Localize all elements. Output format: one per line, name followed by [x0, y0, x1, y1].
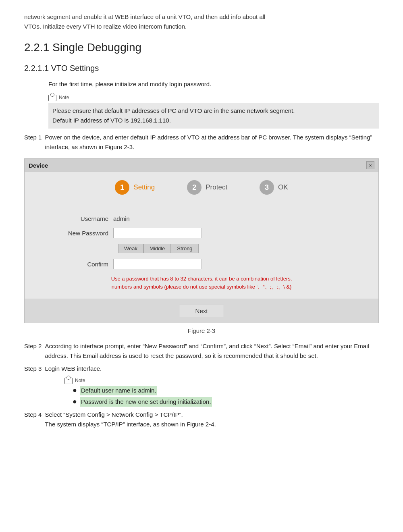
note-block-1: Note	[48, 94, 379, 101]
step-number-2: 2	[192, 183, 196, 192]
section-title: 2.2.1 Single Debugging	[24, 41, 379, 54]
note-icon-2	[64, 378, 73, 384]
next-button[interactable]: Next	[179, 305, 224, 317]
close-icon: ×	[369, 162, 372, 168]
new-password-label: New Password	[49, 230, 113, 237]
bullet-text-2: Password is the new one set during initi…	[80, 397, 212, 407]
confirm-label: Confirm	[49, 261, 113, 268]
intro-line2: VTOs. Initialize every VTH to realize vi…	[24, 23, 187, 30]
step-4-content: Select “System Config > Network Config >…	[45, 410, 379, 429]
hint-line1: Use a password that has 8 to 32 characte…	[111, 276, 292, 282]
note-block-2: Note	[64, 377, 379, 384]
step-4-label: Step 4	[24, 410, 42, 429]
highlight-box: Please ensure that default IP addresses …	[48, 103, 379, 129]
highlight-line1: Please ensure that default IP addresses …	[52, 107, 295, 114]
wizard-step-3: 3 OK	[260, 180, 288, 195]
note-icon-1	[48, 95, 56, 101]
strength-row: Weak Middle Strong	[118, 244, 354, 253]
step-2-block: Step 2 According to interface prompt, en…	[24, 341, 379, 361]
step-circle-2: 2	[187, 180, 202, 195]
step-3-label: Step 3	[24, 364, 42, 374]
dialog-footer: Next	[25, 299, 378, 323]
confirm-row: Confirm	[49, 259, 354, 269]
step-circle-1: 1	[115, 180, 129, 195]
step-1-label: Step 1	[24, 133, 42, 152]
highlight-line2: Default IP address of VTO is 192.168.1.1…	[52, 117, 171, 124]
step-2-text: According to interface prompt, enter “Ne…	[45, 341, 379, 361]
note-label-2: Note	[75, 377, 85, 383]
hint-line2: numbers and symbols (please do not use s…	[112, 284, 292, 290]
step-number-1: 1	[120, 183, 124, 192]
subsection-title: 2.2.1.1 VTO Settings	[24, 64, 379, 73]
note-label-1: Note	[59, 94, 69, 100]
bullet-dot-2: ●	[73, 397, 77, 406]
bullet-text-1: Default user name is admin.	[80, 386, 157, 395]
figure-caption: Figure 2-3	[24, 327, 379, 334]
bullet-list: ● Default user name is admin. ● Password…	[73, 386, 379, 407]
username-row: Username admin	[49, 215, 354, 222]
wizard-steps-bar: 1 Setting 2 Protect 3 OK	[25, 172, 378, 203]
username-value: admin	[113, 215, 130, 222]
step-number-3: 3	[265, 183, 269, 192]
first-time-text: For the first time, please initialize an…	[48, 79, 379, 89]
step-1-text: Power on the device, and enter default I…	[45, 133, 379, 152]
strong-strength-button[interactable]: Strong	[171, 244, 198, 253]
intro-paragraph: network segment and enable it at WEB int…	[24, 12, 379, 31]
device-dialog: Device × 1 Setting 2 Protect 3 OK	[24, 158, 379, 323]
middle-strength-button[interactable]: Middle	[143, 244, 171, 253]
wizard-step-1: 1 Setting	[115, 180, 155, 195]
bullet-item-2: ● Password is the new one set during ini…	[73, 397, 379, 407]
dialog-form-area: Username admin New Password Weak Middle …	[25, 203, 378, 299]
step-4-sub: The system displays “TCP/IP” interface, …	[45, 420, 379, 429]
step-3-text: Login WEB interface.	[45, 364, 379, 374]
step-4-block: Step 4 Select “System Config > Network C…	[24, 410, 379, 429]
step-name-2: Protect	[206, 183, 227, 191]
new-password-row: New Password	[49, 228, 354, 238]
step-4-text: Select “System Config > Network Config >…	[45, 410, 379, 420]
step-1-block: Step 1 Power on the device, and enter de…	[24, 133, 379, 152]
wizard-step-2: 2 Protect	[187, 180, 227, 195]
new-password-input[interactable]	[113, 228, 202, 238]
step-2-label: Step 2	[24, 341, 42, 361]
weak-strength-button[interactable]: Weak	[118, 244, 143, 253]
password-hint: Use a password that has 8 to 32 characte…	[49, 275, 354, 291]
step-name-1: Setting	[133, 183, 155, 191]
step-circle-3: 3	[260, 180, 274, 195]
intro-line1: network segment and enable it at WEB int…	[24, 13, 265, 20]
confirm-password-input[interactable]	[113, 259, 202, 269]
dialog-close-button[interactable]: ×	[366, 161, 374, 169]
dialog-title: Device	[29, 162, 48, 169]
dialog-titlebar: Device ×	[25, 159, 378, 172]
bullet-item-1: ● Default user name is admin.	[73, 386, 379, 395]
bullet-dot-1: ●	[73, 386, 77, 395]
step-3-block: Step 3 Login WEB interface.	[24, 364, 379, 374]
username-label: Username	[49, 215, 113, 222]
step-name-3: OK	[278, 183, 288, 191]
